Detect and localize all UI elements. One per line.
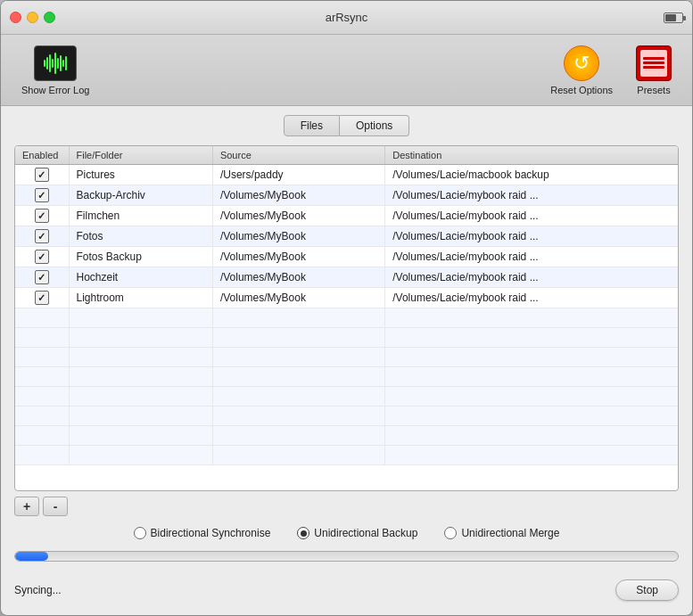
row-source-cell: /Volumes/MyBook [212, 206, 384, 226]
file-table-container: Enabled File/Folder Source Destination P… [14, 145, 679, 491]
row-source-cell: /Volumes/MyBook [212, 247, 384, 267]
main-content: Files Options Enabled File/Folder Source… [1, 106, 692, 615]
progress-bar [14, 551, 679, 562]
sync-mode-unidirectional-merge[interactable]: Unidirectional Merge [444, 527, 559, 539]
remove-row-button[interactable]: - [43, 497, 68, 516]
tab-bar: Files Options [14, 115, 679, 136]
status-text: Syncing... [14, 584, 62, 596]
table-row[interactable]: Fotos /Volumes/MyBook /Volumes/Lacie/myb… [15, 226, 678, 247]
progress-section [14, 546, 679, 576]
error-log-icon [34, 45, 77, 81]
stop-button[interactable]: Stop [615, 579, 679, 601]
row-enabled-cell [15, 226, 69, 247]
sync-modes: Bidirectional Synchronise Unidirectional… [14, 516, 679, 546]
row-destination-cell: /Volumes/Lacie/mybook raid ... [385, 247, 678, 267]
row-destination-cell: /Volumes/Lacie/mybook raid ... [385, 206, 678, 226]
row-source-cell: /Users/paddy [212, 165, 384, 185]
checkbox-1[interactable] [35, 188, 49, 202]
col-header-source: Source [212, 146, 384, 165]
reset-options-button[interactable]: ↺ Reset Options [543, 41, 620, 100]
titlebar: arRsync [1, 1, 692, 35]
empty-row [15, 328, 678, 348]
sync-mode-unidirectional-backup-label: Unidirectional Backup [314, 527, 417, 539]
empty-row [15, 426, 678, 446]
row-enabled-cell [15, 206, 69, 226]
row-source-cell: /Volumes/MyBook [212, 288, 384, 308]
table-row[interactable]: Filmchen /Volumes/MyBook /Volumes/Lacie/… [15, 206, 678, 226]
checkbox-3[interactable] [35, 229, 49, 243]
col-header-file: File/Folder [69, 146, 212, 165]
row-enabled-cell [15, 267, 69, 288]
col-header-destination: Destination [385, 146, 678, 165]
row-destination-cell: /Volumes/Lacie/mybook raid ... [385, 288, 678, 308]
table-row[interactable]: Hochzeit /Volumes/MyBook /Volumes/Lacie/… [15, 267, 678, 288]
radio-bidirectional [134, 527, 146, 539]
checkbox-5[interactable] [35, 270, 49, 284]
row-destination-cell: /Volumes/Lacie/mybook raid ... [385, 267, 678, 288]
progress-bar-fill [15, 552, 48, 561]
minimize-button[interactable] [27, 12, 38, 23]
close-button[interactable] [10, 12, 21, 23]
table-header-row: Enabled File/Folder Source Destination [15, 146, 678, 165]
checkbox-4[interactable] [35, 250, 49, 264]
show-error-log-button[interactable]: Show Error Log [14, 41, 96, 100]
table-row[interactable]: Backup-Archiv /Volumes/MyBook /Volumes/L… [15, 185, 678, 206]
add-row-button[interactable]: + [14, 497, 39, 516]
window-title: arRsync [326, 11, 368, 24]
status-bar: Syncing... Stop [14, 576, 679, 606]
empty-row [15, 367, 678, 387]
empty-row [15, 446, 678, 465]
row-enabled-cell [15, 185, 69, 206]
row-enabled-cell [15, 165, 69, 185]
row-file-cell: Pictures [69, 165, 212, 185]
reset-options-label: Reset Options [550, 85, 613, 95]
sync-mode-bidirectional[interactable]: Bidirectional Synchronise [134, 527, 271, 539]
presets-inner [640, 50, 667, 77]
row-enabled-cell [15, 288, 69, 308]
row-file-cell: Backup-Archiv [69, 185, 212, 206]
app-window: arRsync Show Er [0, 0, 693, 616]
row-file-cell: Fotos Backup [69, 247, 212, 267]
row-file-cell: Fotos [69, 226, 212, 247]
sync-mode-unidirectional-merge-label: Unidirectional Merge [461, 527, 559, 539]
row-destination-cell: /Volumes/Lacie/mybook raid ... [385, 185, 678, 206]
reset-icon: ↺ [564, 45, 599, 81]
row-destination-cell: /Volumes/Lacie/mybook raid ... [385, 226, 678, 247]
tab-files[interactable]: Files [284, 115, 340, 136]
row-enabled-cell [15, 247, 69, 267]
empty-row [15, 308, 678, 328]
tab-options[interactable]: Options [340, 115, 409, 136]
waveform-graphic [44, 53, 67, 74]
checkbox-6[interactable] [35, 291, 49, 305]
file-table: Enabled File/Folder Source Destination P… [15, 146, 678, 465]
row-source-cell: /Volumes/MyBook [212, 267, 384, 288]
row-file-cell: Lightroom [69, 288, 212, 308]
checkbox-0[interactable] [35, 168, 49, 182]
toolbar-right: ↺ Reset Options Presets [543, 41, 679, 100]
sync-mode-unidirectional-backup[interactable]: Unidirectional Backup [297, 527, 417, 539]
empty-row [15, 348, 678, 367]
table-row[interactable]: Lightroom /Volumes/MyBook /Volumes/Lacie… [15, 288, 678, 308]
col-header-enabled: Enabled [15, 146, 69, 165]
toolbar: Show Error Log ↺ Reset Options Presets [1, 35, 692, 106]
checkbox-2[interactable] [35, 209, 49, 223]
battery-fill [665, 14, 676, 21]
titlebar-buttons [10, 12, 55, 23]
table-actions: + - [14, 497, 679, 516]
table-row[interactable]: Pictures /Users/paddy /Volumes/Lacie/mac… [15, 165, 678, 185]
row-file-cell: Hochzeit [69, 267, 212, 288]
row-destination-cell: /Volumes/Lacie/macbook backup [385, 165, 678, 185]
presets-label: Presets [637, 85, 670, 95]
row-source-cell: /Volumes/MyBook [212, 226, 384, 247]
row-file-cell: Filmchen [69, 206, 212, 226]
presets-icon [636, 45, 672, 81]
sync-mode-bidirectional-label: Bidirectional Synchronise [151, 527, 271, 539]
battery-icon [664, 12, 683, 23]
table-row[interactable]: Fotos Backup /Volumes/MyBook /Volumes/La… [15, 247, 678, 267]
empty-row [15, 387, 678, 407]
maximize-button[interactable] [44, 12, 55, 23]
titlebar-right [664, 12, 683, 23]
presets-button[interactable]: Presets [629, 41, 679, 100]
row-source-cell: /Volumes/MyBook [212, 185, 384, 206]
radio-unidirectional-merge [444, 527, 457, 539]
